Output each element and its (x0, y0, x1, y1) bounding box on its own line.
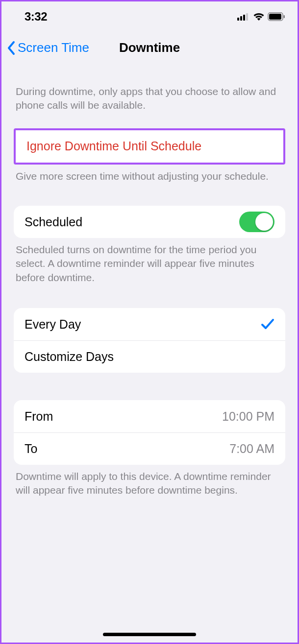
home-indicator[interactable] (103, 633, 196, 636)
scheduled-toggle[interactable] (239, 212, 274, 232)
back-label: Screen Time (18, 40, 89, 55)
customize-days-row[interactable]: Customize Days (14, 340, 285, 373)
svg-rect-0 (237, 18, 239, 21)
intro-text: During downtime, only apps that you choo… (14, 85, 285, 113)
status-icons (237, 12, 285, 21)
wifi-icon (253, 12, 265, 21)
svg-rect-6 (284, 15, 285, 18)
battery-icon (268, 12, 285, 21)
svg-rect-3 (246, 13, 248, 21)
time-group: From 10:00 PM To 7:00 AM (14, 400, 285, 465)
status-bar: 3:32 (0, 5, 299, 28)
from-value: 10:00 PM (222, 409, 274, 424)
checkmark-icon (261, 318, 274, 331)
scheduled-footer: Scheduled turns on downtime for the time… (14, 243, 285, 285)
cellular-icon (237, 13, 250, 21)
time-footer: Downtime will apply to this device. A do… (14, 470, 285, 498)
chevron-left-icon (7, 41, 16, 55)
scheduled-group: Scheduled (14, 206, 285, 238)
page-title: Downtime (119, 40, 180, 55)
svg-rect-1 (240, 16, 242, 21)
customize-days-label: Customize Days (25, 350, 114, 364)
nav-bar: Screen Time Downtime (0, 28, 299, 65)
every-day-row[interactable]: Every Day (14, 308, 285, 340)
back-button[interactable]: Screen Time (7, 40, 89, 55)
scheduled-row: Scheduled (14, 206, 285, 238)
svg-rect-2 (243, 15, 245, 21)
toggle-knob (255, 213, 273, 231)
status-time: 3:32 (25, 10, 47, 24)
to-label: To (25, 442, 37, 456)
from-label: From (25, 409, 53, 424)
ignore-footer: Give more screen time without adjusting … (14, 169, 285, 183)
ignore-downtime-group: Ignore Downtime Until Schedule (14, 128, 285, 165)
from-row[interactable]: From 10:00 PM (14, 400, 285, 432)
ignore-downtime-label: Ignore Downtime Until Schedule (26, 139, 201, 153)
every-day-label: Every Day (25, 317, 81, 332)
to-value: 7:00 AM (229, 442, 274, 456)
days-group: Every Day Customize Days (14, 308, 285, 373)
to-row[interactable]: To 7:00 AM (14, 432, 285, 465)
scheduled-label: Scheduled (25, 215, 82, 229)
svg-rect-5 (269, 14, 281, 20)
ignore-downtime-button[interactable]: Ignore Downtime Until Schedule (16, 130, 283, 163)
